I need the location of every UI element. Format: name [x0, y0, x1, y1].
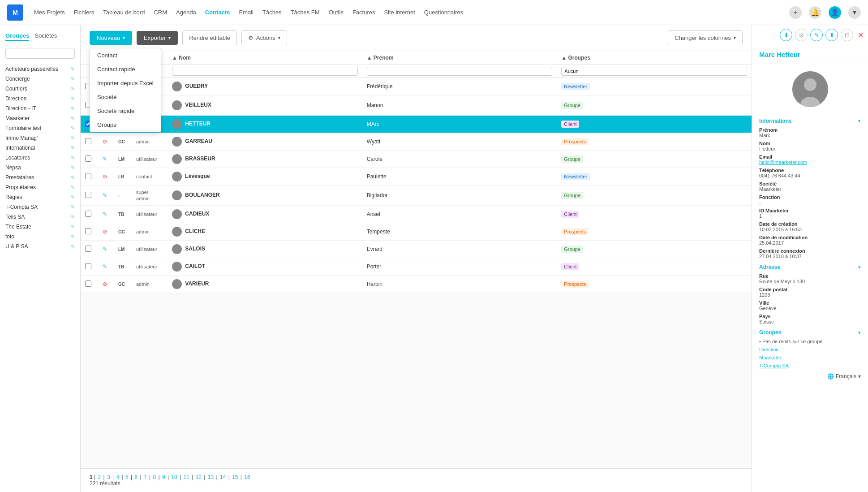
nav-outils[interactable]: Outils: [329, 9, 344, 16]
table-row[interactable]: ✎ TB utilisateur CAILOT Porter Client: [81, 258, 752, 276]
notification-icon[interactable]: 🔔: [809, 6, 821, 19]
nav-agenda[interactable]: Agenda: [176, 9, 196, 16]
menu-importer-excel[interactable]: Importer depuis Excel: [90, 76, 161, 90]
filter-groupes-input[interactable]: [561, 67, 747, 76]
columns-button[interactable]: Changer les colonnes ▾: [668, 30, 743, 45]
edit-icon[interactable]: ✎: [100, 191, 109, 200]
table-row[interactable]: TB super admin VEILLEUX Manon Groupe: [81, 95, 752, 116]
cancel-icon[interactable]: ⊘: [100, 137, 109, 146]
row-checkbox[interactable]: [85, 173, 91, 179]
info-email-value[interactable]: hello@maarketer.com: [759, 160, 861, 165]
pagination-link[interactable]: 4: [116, 474, 119, 480]
pagination-link[interactable]: 16: [244, 474, 250, 480]
table-row[interactable]: ⊘ GC admin VARIEUR Harbin Prospects: [81, 276, 752, 293]
edit-icon[interactable]: ✎: [71, 76, 75, 82]
table-row[interactable]: ✎ TB contact GUEDRY Frédérique Newslette…: [81, 78, 752, 95]
sidebar-item[interactable]: International✎: [0, 143, 80, 153]
pagination-link[interactable]: 3: [107, 474, 110, 480]
edit-icon[interactable]: ✎: [71, 234, 75, 240]
sidebar-item[interactable]: Prestataires✎: [0, 173, 80, 182]
menu-contact[interactable]: Contact: [90, 48, 161, 62]
sidebar-item[interactable]: Immo Manag'✎: [0, 133, 80, 143]
row-checkbox[interactable]: [85, 155, 91, 162]
section-informations-chevron[interactable]: ▾: [858, 118, 861, 124]
sidebar-item[interactable]: Concierge✎: [0, 74, 80, 84]
row-checkbox[interactable]: [85, 211, 91, 217]
edit-icon[interactable]: ✎: [71, 165, 75, 171]
edit-icon[interactable]: ✎: [100, 262, 109, 271]
sidebar-item[interactable]: Acheteurs passerelles✎: [0, 64, 80, 74]
editable-button[interactable]: Rendre éditable: [182, 30, 237, 45]
table-row[interactable]: ✎ TB utilisateur HETTEUR MArc Client: [81, 116, 752, 133]
table-row[interactable]: ✎ LM utilisateur SALOIS Evrard Groupe: [81, 241, 752, 258]
cancel-icon[interactable]: ⊘: [100, 227, 109, 236]
nav-taches-fm[interactable]: Tâches FM: [291, 9, 320, 16]
edit-icon[interactable]: ✎: [100, 210, 109, 219]
menu-contact-rapide[interactable]: Contact rapide: [90, 62, 161, 76]
pagination-link[interactable]: 15: [232, 474, 238, 480]
edit-icon[interactable]: ✎: [71, 145, 75, 151]
panel-download-icon[interactable]: ⬇: [780, 29, 792, 41]
nav-factures[interactable]: Factures: [352, 9, 375, 16]
pagination-link[interactable]: 13: [208, 474, 214, 480]
add-icon[interactable]: +: [789, 6, 802, 19]
sidebar-item[interactable]: U & P SA✎: [0, 242, 80, 251]
edit-icon[interactable]: ✎: [71, 244, 75, 250]
edit-icon[interactable]: ✎: [71, 116, 75, 121]
pagination-link[interactable]: 2: [98, 474, 101, 480]
sidebar-item[interactable]: Maarketer✎: [0, 113, 80, 123]
sidebar-item[interactable]: Propriétaires✎: [0, 182, 80, 192]
edit-icon[interactable]: ✎: [71, 194, 75, 200]
new-button[interactable]: Nouveau ▾: [90, 31, 132, 45]
nav-site-internet[interactable]: Site internet: [384, 9, 415, 16]
pagination-link[interactable]: 7: [144, 474, 147, 480]
sidebar-search-input[interactable]: [5, 48, 75, 59]
edit-icon[interactable]: ✎: [71, 224, 75, 230]
edit-icon[interactable]: ✎: [100, 245, 109, 254]
info-groupe-maarketer-link[interactable]: Maarketer: [759, 355, 861, 360]
edit-icon[interactable]: ✎: [71, 86, 75, 92]
cancel-icon[interactable]: ⊘: [100, 280, 109, 289]
sidebar-tab-groupes[interactable]: Groupes: [5, 32, 29, 41]
row-checkbox[interactable]: [85, 246, 91, 252]
sidebar-item[interactable]: Nepsa✎: [0, 163, 80, 173]
pagination-link[interactable]: 8: [153, 474, 156, 480]
nav-fichiers[interactable]: Fichiers: [74, 9, 95, 16]
nav-email[interactable]: Email: [239, 9, 254, 16]
nav-contacts[interactable]: Contacts: [205, 9, 230, 16]
sidebar-item[interactable]: Formulaire test✎: [0, 123, 80, 133]
edit-icon[interactable]: ✎: [71, 185, 75, 190]
edit-icon[interactable]: ✎: [71, 135, 75, 141]
pagination-link[interactable]: 9: [162, 474, 165, 480]
info-groupe-tcompta-link[interactable]: T-Compta SA: [759, 363, 861, 368]
table-row[interactable]: ⊘ GC admin CLICHE Tempeste Prospects: [81, 223, 752, 241]
edit-icon[interactable]: ✎: [71, 66, 75, 72]
sidebar-item[interactable]: Locataires✎: [0, 153, 80, 163]
sidebar-item[interactable]: Courtiers✎: [0, 84, 80, 94]
pagination-link[interactable]: 10: [171, 474, 177, 480]
section-adresse-chevron[interactable]: ▾: [858, 264, 861, 270]
dropdown-icon[interactable]: ▾: [848, 6, 861, 19]
panel-edit-icon[interactable]: ✎: [810, 29, 823, 41]
sidebar-item[interactable]: The Estate✎: [0, 222, 80, 232]
th-nom[interactable]: ▲ Nom: [168, 51, 362, 65]
th-groupes[interactable]: ▲ Groupes: [557, 51, 752, 65]
sidebar-tab-societes[interactable]: Sociétés: [34, 32, 57, 41]
sidebar-item[interactable]: toto✎: [0, 232, 80, 242]
sidebar-item[interactable]: T-Compta SA✎: [0, 202, 80, 212]
language-selector[interactable]: 🌐 Français ▾: [752, 370, 868, 383]
nav-mes-projets[interactable]: Mes Projets: [34, 9, 65, 16]
sidebar-item[interactable]: Direction✎: [0, 94, 80, 104]
table-row[interactable]: ⊘ LR contact Lévesque Paulette Newslette…: [81, 168, 752, 186]
nav-crm[interactable]: CRM: [154, 9, 167, 16]
edit-icon[interactable]: ✎: [71, 214, 75, 220]
row-checkbox[interactable]: [85, 138, 91, 144]
sidebar-item[interactable]: Régies✎: [0, 192, 80, 202]
th-prenom[interactable]: ▲ Prénom: [362, 51, 557, 65]
nav-tableau-de-bord[interactable]: Tableau de bord: [103, 9, 145, 16]
filter-prenom-input[interactable]: [367, 67, 553, 76]
menu-societe-rapide[interactable]: Société rapide: [90, 104, 161, 118]
section-groupes-chevron[interactable]: ▾: [858, 330, 861, 336]
edit-icon[interactable]: ✎: [71, 106, 75, 112]
row-checkbox[interactable]: [85, 228, 91, 234]
